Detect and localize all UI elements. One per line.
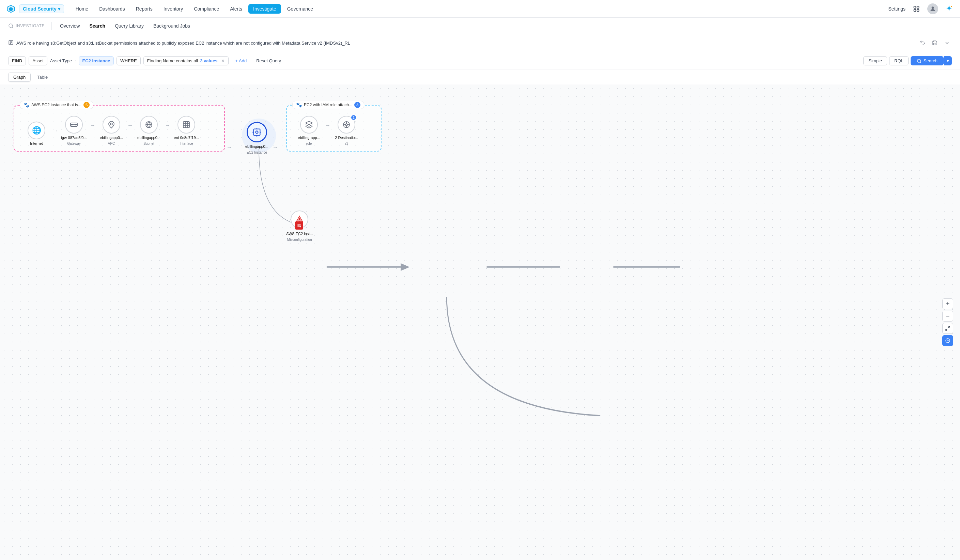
- nav-inventory[interactable]: Inventory: [159, 4, 188, 14]
- group1-label: 🐾 AWS EC2 instance that is... 5: [20, 101, 93, 109]
- asset-type-label: Asset Type: [50, 58, 72, 63]
- reset-query-button[interactable]: Reset Query: [253, 56, 284, 65]
- svg-point-19: [110, 123, 112, 125]
- brand-chevron-icon: ▾: [58, 6, 60, 11]
- subnet-sublabel: Subnet: [143, 142, 154, 146]
- finding-name-chip[interactable]: Finding Name contains all 3 values ✕: [143, 56, 229, 66]
- svg-point-5: [951, 6, 952, 7]
- top-nav: Cloud Security ▾ Home Dashboards Reports…: [0, 0, 960, 18]
- app-logo[interactable]: [5, 3, 16, 14]
- node-ec2-main[interactable]: ebillingapp0... EC2 Instance: [245, 122, 269, 154]
- internet-label: Internet: [30, 141, 43, 146]
- zoom-out-button[interactable]: −: [942, 310, 953, 322]
- vpc-label: ebillingapp0...: [100, 136, 123, 140]
- finding-values-badge: 3 values: [200, 58, 218, 63]
- svg-point-34: [346, 124, 347, 126]
- save-button[interactable]: [930, 38, 939, 48]
- sub-nav-overview[interactable]: Overview: [56, 21, 84, 30]
- role-icon: [300, 116, 318, 134]
- svg-rect-1: [917, 6, 919, 8]
- zoom-in-button[interactable]: +: [942, 298, 953, 309]
- misconfig-sublabel: Misconfiguration: [287, 238, 312, 242]
- brand-selector[interactable]: Cloud Security ▾: [19, 5, 64, 13]
- nav-alerts[interactable]: Alerts: [225, 4, 247, 14]
- role-label: ebilling-app...: [298, 136, 320, 140]
- sub-nav: INVESTIGATE Overview Search Query Librar…: [0, 18, 960, 34]
- search-button[interactable]: Search: [910, 56, 944, 66]
- node-s3-dest[interactable]: 2 2 Destinatio... s3: [331, 116, 362, 146]
- vpc-icon: [102, 116, 120, 134]
- misconfig-badge-icon: [295, 221, 303, 230]
- s3-dest-icon: 2: [338, 116, 355, 134]
- arrow-1: →: [53, 128, 58, 146]
- ec2-main-icon: [246, 122, 267, 142]
- where-chip[interactable]: WHERE: [117, 56, 140, 66]
- table-view-button[interactable]: Table: [32, 72, 53, 82]
- nav-compliance[interactable]: Compliance: [189, 4, 224, 14]
- arrow-to-right-group: →: [272, 144, 278, 150]
- settings-link[interactable]: Settings: [888, 6, 906, 11]
- svg-rect-0: [914, 6, 916, 8]
- main-content: INVESTIGATE Overview Search Query Librar…: [0, 18, 960, 560]
- group1-badge: 5: [83, 102, 90, 108]
- docs-icon-btn[interactable]: [911, 3, 922, 14]
- ec2-main-sublabel: EC2 Instance: [246, 150, 267, 154]
- aws-ec2-instance-group: 🐾 AWS EC2 instance that is... 5 🌐 Intern…: [14, 105, 225, 152]
- search-dropdown-button[interactable]: ▾: [944, 56, 952, 66]
- subnet-label: ebillingapp0...: [137, 136, 160, 140]
- find-chip[interactable]: FIND: [8, 56, 26, 66]
- query-text-display: AWS role having s3:GetObject and s3:List…: [16, 40, 915, 46]
- undo-button[interactable]: [918, 38, 927, 48]
- svg-point-18: [76, 124, 77, 125]
- nav-reports[interactable]: Reports: [131, 4, 157, 14]
- query-actions: [918, 38, 952, 48]
- query-document-icon: [8, 40, 14, 46]
- node-misconfig[interactable]: AWS EC2 inst... Misconfiguration: [286, 211, 313, 242]
- fit-screen-button[interactable]: [942, 323, 953, 334]
- simple-mode-button[interactable]: Simple: [863, 56, 887, 66]
- nav-dashboards[interactable]: Dashboards: [94, 4, 130, 14]
- ec2-instance-chip[interactable]: EC2 Instance: [79, 56, 114, 66]
- add-filter-button[interactable]: + Add: [231, 56, 251, 65]
- node-role[interactable]: ebilling-app... role: [294, 116, 324, 146]
- internet-icon: 🌐: [27, 122, 45, 139]
- nav-home[interactable]: Home: [71, 4, 93, 14]
- expand-button[interactable]: [942, 38, 952, 48]
- view-toggle-bar: Graph Table: [0, 70, 960, 85]
- ai-assistant-icon[interactable]: [944, 3, 955, 14]
- nav-right-area: Settings: [888, 3, 955, 14]
- query-bar: AWS role having s3:GetObject and s3:List…: [0, 34, 960, 52]
- group2-label: 🐾 EC2 with IAM role attach... 3: [292, 101, 364, 109]
- asset-chip[interactable]: Asset: [29, 56, 47, 66]
- node-gateway[interactable]: igw-087ad5f0... Gateway: [59, 116, 89, 146]
- svg-line-48: [946, 329, 947, 330]
- misconfig-label: AWS EC2 inst...: [286, 232, 313, 236]
- s3-dest-sublabel: s3: [345, 142, 349, 146]
- group1-icon: 🐾: [24, 102, 29, 108]
- group2-nodes: ebilling-app... role → 2 2 Dest: [294, 116, 374, 146]
- sub-nav-background-jobs[interactable]: Background Jobs: [149, 21, 194, 30]
- curve-svg: [0, 85, 960, 560]
- s3-dest-label: 2 Destinatio...: [335, 136, 358, 140]
- group1-nodes: 🌐 Internet → igw-087ad5f0... Gateway: [21, 116, 218, 146]
- reset-view-button[interactable]: [942, 335, 953, 346]
- finding-close-icon[interactable]: ✕: [221, 58, 225, 63]
- node-subnet[interactable]: ebillingapp0... Subnet: [134, 116, 164, 146]
- nav-governance[interactable]: Governance: [282, 4, 318, 14]
- node-vpc[interactable]: ebillingapp0... VPC: [96, 116, 127, 146]
- graph-controls: + −: [942, 298, 953, 346]
- sub-nav-query-library[interactable]: Query Library: [111, 21, 148, 30]
- node-interface[interactable]: eni-0e8d7f19... Interface: [171, 116, 202, 146]
- search-mode-area: Simple RQL Search ▾: [863, 56, 952, 66]
- sub-nav-search[interactable]: Search: [85, 21, 109, 30]
- user-avatar[interactable]: [927, 3, 938, 14]
- graph-view-button[interactable]: Graph: [8, 72, 30, 82]
- rql-mode-button[interactable]: RQL: [889, 56, 909, 66]
- ec2-iam-role-group: 🐾 EC2 with IAM role attach... 3 ebilling…: [286, 105, 382, 152]
- interface-label: eni-0e8d7f19...: [174, 136, 198, 140]
- graph-canvas-area[interactable]: 🐾 AWS EC2 instance that is... 5 🌐 Intern…: [0, 85, 960, 560]
- search-button-group: Search ▾: [910, 56, 952, 66]
- svg-point-11: [917, 59, 920, 62]
- nav-investigate[interactable]: Investigate: [248, 4, 281, 14]
- node-internet[interactable]: 🌐 Internet: [21, 122, 52, 146]
